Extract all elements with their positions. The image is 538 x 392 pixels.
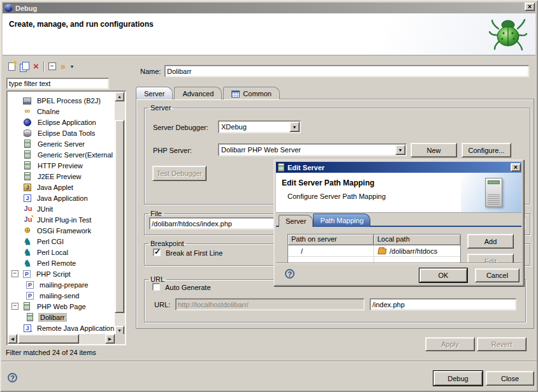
new-server-button[interactable]: New	[411, 143, 457, 157]
debug-button[interactable]: Debug	[433, 371, 483, 386]
dialog-titlebar[interactable]: Edit Server	[276, 162, 521, 173]
dialog-close-button[interactable]: ×	[511, 163, 521, 171]
horizontal-scroll-thumb[interactable]	[18, 334, 79, 344]
tree-item-mailing-send[interactable]: mailing-send	[8, 290, 114, 301]
add-mapping-button[interactable]: Add	[467, 234, 514, 249]
tree-item-j2ee-preview[interactable]: J2EE Preview	[8, 171, 114, 182]
name-input[interactable]	[164, 65, 529, 77]
filter-input[interactable]	[6, 78, 109, 89]
url-label: URL:	[154, 301, 170, 309]
tab-advanced[interactable]: Advanced	[174, 87, 222, 99]
column-path-on-server[interactable]: Path on server	[288, 235, 374, 245]
chevron-down-icon[interactable]: ▼	[395, 145, 405, 155]
dialog-help-icon[interactable]: ?	[285, 269, 294, 279]
tree-item-osgi-framework[interactable]: OSGi Framework	[8, 225, 114, 236]
tree-indent	[11, 107, 19, 115]
tree-item-http-preview[interactable]: HTTP Preview	[8, 160, 114, 171]
expander-minus-icon[interactable]: −	[11, 270, 18, 277]
close-button[interactable]: Close	[486, 371, 534, 386]
osgi-icon	[23, 226, 32, 235]
apply-button[interactable]: Apply	[425, 337, 475, 351]
tree-item-dolibarr[interactable]: Dolibarr	[8, 312, 114, 323]
tree-indent	[11, 259, 19, 267]
scroll-left-button[interactable]: ◀	[8, 334, 17, 344]
help-icon[interactable]: ?	[8, 373, 17, 382]
server-debugger-combo[interactable]: XDebug ▼	[218, 120, 301, 133]
chevron-down-icon[interactable]: ▼	[289, 122, 300, 132]
dialog-title: Edit Server	[287, 164, 324, 171]
tree-item-label: OSGi Framework	[35, 226, 93, 235]
server-icon	[24, 161, 31, 170]
dialog-tab-server[interactable]: Server	[279, 215, 313, 227]
tree-indent	[11, 226, 19, 235]
tree-item-label: Perl Local	[35, 248, 70, 257]
expander-minus-icon[interactable]: −	[11, 303, 18, 310]
new-config-icon[interactable]	[8, 62, 15, 71]
dialog-tabs: ServerPath Mapping	[276, 214, 521, 227]
url-path-input[interactable]	[370, 298, 516, 310]
tree-indent	[11, 248, 19, 256]
tree-indent	[11, 194, 19, 202]
tab-common[interactable]: Common	[223, 87, 280, 99]
remote-java-icon	[24, 324, 31, 332]
tree-item-junit[interactable]: JUnit	[8, 203, 114, 214]
tree-item-java-applet[interactable]: Java Applet	[8, 182, 114, 192]
tree-item-label: Eclipse Data Tools	[36, 129, 97, 138]
tab-server[interactable]: Server	[136, 87, 173, 99]
tree-item-perl-cgi[interactable]: Perl CGI	[8, 236, 114, 247]
bug-icon	[488, 15, 528, 53]
tree-indent	[11, 215, 19, 224]
break-first-line-checkbox[interactable]	[153, 249, 161, 256]
cancel-button[interactable]: Cancel	[475, 268, 520, 282]
vertical-scroll-thumb[interactable]	[115, 120, 124, 313]
auto-generate-label: Auto Generate	[165, 284, 211, 291]
tree-indent	[11, 96, 19, 105]
filter-status: Filter matched 24 of 24 items	[6, 349, 96, 356]
tree-item-eclipse-data-tools[interactable]: Eclipse Data Tools	[8, 127, 114, 138]
tree-item-php-web-page[interactable]: −PHP Web Page	[8, 301, 114, 312]
toolbar-separator	[43, 61, 44, 71]
filter-icon[interactable]	[61, 62, 66, 71]
tree-item-php-script[interactable]: −PHP Script	[8, 268, 114, 279]
tree-item-label: Generic Server	[36, 140, 87, 149]
tree-horizontal-scrollbar[interactable]: ◀ ▶	[8, 334, 115, 344]
menu-dropdown-icon[interactable]	[70, 64, 75, 69]
tree-item-bpel-process-b2j-[interactable]: BPEL Process (B2J)	[8, 95, 114, 106]
collapse-all-icon[interactable]	[48, 62, 56, 70]
delete-config-icon[interactable]	[33, 62, 39, 71]
window-titlebar[interactable]: Debug	[3, 3, 535, 13]
tree-item-mailing-prepare[interactable]: mailing-prepare	[8, 279, 114, 290]
tree-item-remote-java-application[interactable]: Remote Java Application	[8, 323, 114, 333]
window-close-button[interactable]: ×	[525, 3, 535, 11]
tree-item-generic-server-external-la[interactable]: Generic Server(External La	[8, 149, 114, 160]
configure-button[interactable]: Configure...	[462, 143, 511, 157]
tree-vertical-scrollbar[interactable]: ▲ ▼	[115, 92, 125, 335]
dialog-tab-path-mapping[interactable]: Path Mapping	[313, 214, 370, 227]
tree-item-label: Generic Server(External La	[36, 150, 114, 159]
ok-button[interactable]: OK	[419, 268, 467, 282]
scroll-up-button[interactable]: ▲	[115, 92, 124, 101]
column-local-path[interactable]: Local path	[374, 235, 460, 245]
perl-icon	[23, 248, 32, 257]
tree-item-cha-ne[interactable]: Chaîne	[8, 106, 114, 117]
php-server-combo[interactable]: Dolibarr PHP Web Server ▼	[218, 143, 407, 156]
scroll-right-button[interactable]: ▶	[105, 334, 115, 344]
duplicate-config-icon[interactable]	[20, 62, 29, 71]
config-tree: BPEL Process (B2J)ChaîneEclipse Applicat…	[8, 92, 114, 333]
tree-item-java-application[interactable]: Java Application	[8, 192, 114, 203]
tab-label: Common	[243, 90, 272, 98]
test-debugger-button[interactable]: Test Debugger	[152, 166, 207, 181]
eclipse-logo-icon	[4, 4, 13, 12]
tree-indent	[11, 324, 19, 332]
tree-item-label: mailing-prepare	[38, 280, 90, 289]
tree-item-junit-plug-in-test[interactable]: JUnit Plug-in Test	[8, 214, 114, 225]
path-mapping-row[interactable]: //dolibarr/htdocs	[288, 245, 460, 256]
tree-item-perl-local[interactable]: Perl Local	[8, 247, 114, 258]
tree-item-generic-server[interactable]: Generic Server	[8, 138, 114, 149]
folder-icon	[377, 249, 386, 254]
revert-button[interactable]: Revert	[477, 337, 527, 351]
configurations-panel: BPEL Process (B2J)ChaîneEclipse Applicat…	[4, 57, 130, 345]
tree-item-eclipse-application[interactable]: Eclipse Application	[8, 117, 114, 127]
auto-generate-checkbox[interactable]	[152, 283, 160, 291]
tree-item-perl-remote[interactable]: Perl Remote	[8, 258, 114, 268]
